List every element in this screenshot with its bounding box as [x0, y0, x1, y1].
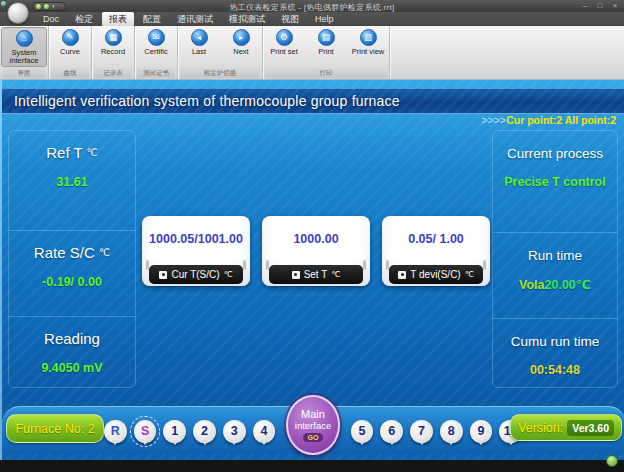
- print-set-button[interactable]: Print set: [264, 27, 304, 67]
- current-process-block: Current process Precise T control: [493, 146, 617, 232]
- close-button[interactable]: ×: [610, 2, 620, 10]
- quick-access-icon[interactable]: [44, 4, 49, 9]
- cumu-run-time-block: Cumu run time 00:54:48: [493, 318, 617, 404]
- cur-t-value: 1000.05/1001.00: [142, 232, 250, 246]
- t-devi-value: 0.05/ 1.00: [382, 232, 490, 246]
- reading-value: 9.4050 mV: [9, 361, 135, 375]
- print-button[interactable]: Print: [306, 27, 346, 67]
- print-set-icon: [276, 29, 293, 46]
- record-button[interactable]: Record: [93, 27, 133, 67]
- reading-label: Reading: [44, 330, 100, 347]
- points-arrows: >>>>: [482, 114, 507, 126]
- reading-block: Reading 9.4050 mV: [9, 316, 135, 402]
- celsius-unit: ℃: [331, 270, 340, 279]
- menu-verify[interactable]: 检定: [68, 12, 100, 27]
- certificate-button[interactable]: Certific: [136, 27, 176, 67]
- status-dot-icon: [606, 455, 618, 467]
- channel-button-4[interactable]: 4: [253, 420, 276, 443]
- left-stats-panel: Ref T ℃ 31.61 Rate S/C ℃ -0.19/ 0.00 Rea…: [8, 130, 136, 388]
- toolbar-group-caption: 记录表: [94, 68, 132, 78]
- menu-doc[interactable]: Doc: [36, 13, 66, 25]
- channel-button-8[interactable]: 8: [440, 420, 463, 443]
- ref-t-block: Ref T ℃ 31.61: [9, 144, 135, 230]
- channel-button-1[interactable]: 1: [163, 420, 186, 443]
- cur-t-label: Cur T(S/C): [171, 269, 219, 280]
- run-time-label: Run time: [493, 248, 617, 263]
- menu-config[interactable]: 配置: [136, 12, 168, 27]
- last-icon: [191, 29, 208, 46]
- channel-button-6[interactable]: 6: [380, 420, 403, 443]
- restore-button[interactable]: □: [595, 2, 605, 10]
- version-label: Version:: [518, 421, 563, 435]
- bottom-bar: Furnace No: 2 R S 1 2 3 4 Main interface…: [2, 406, 624, 454]
- menu-report[interactable]: 报表: [102, 12, 134, 27]
- t-devi-card: 0.05/ 1.00 T devi(S/C) ℃: [382, 216, 490, 286]
- card-marker-icon: [292, 271, 300, 279]
- card-marker-icon: [159, 271, 167, 279]
- t-devi-label: T devi(S/C): [410, 269, 460, 280]
- system-interface-icon: [16, 30, 33, 47]
- quick-access-icon[interactable]: [36, 4, 41, 9]
- channel-button-s[interactable]: S: [134, 420, 157, 443]
- minimize-button[interactable]: –: [580, 2, 590, 10]
- print-view-icon: [360, 29, 377, 46]
- go-label: GO: [303, 433, 324, 442]
- quick-access-toolbar[interactable]: ▾: [32, 2, 66, 11]
- channel-button-3[interactable]: 3: [223, 420, 246, 443]
- set-t-value: 1000.00: [262, 232, 370, 246]
- points-status: >>>>Cur point:2 All point:2: [482, 114, 616, 126]
- card-marker-icon: [398, 271, 406, 279]
- toolbar-group-certificate: Certific 测试证书: [135, 26, 178, 79]
- channel-selector-row: R S 1 2 3 4 Main interface GO 5 6 7 8 9 …: [104, 407, 522, 455]
- main-interface-button[interactable]: Main interface GO: [286, 395, 339, 455]
- celsius-unit: ℃: [465, 270, 474, 279]
- channel-button-7[interactable]: 7: [410, 420, 433, 443]
- page-title: Intelligent verification system of therm…: [2, 93, 400, 109]
- ref-t-label: Ref T: [46, 144, 82, 161]
- t-devi-caption-bar: T devi(S/C) ℃: [389, 265, 483, 284]
- current-process-label: Current process: [493, 146, 617, 161]
- celsius-unit: ℃: [224, 270, 233, 279]
- channel-button-5[interactable]: 5: [351, 420, 374, 443]
- menu-help[interactable]: Help: [308, 13, 341, 25]
- furnace-number-label: Furnace No: 2: [15, 422, 94, 436]
- title-bar: 热工仪表检定系统 - [热电偶群炉检定系统.rrt] – □ ×: [0, 0, 624, 12]
- next-button[interactable]: Next: [221, 27, 261, 67]
- main-panel: Intelligent verification system of therm…: [0, 80, 624, 460]
- status-bar: [0, 460, 624, 472]
- record-icon: [105, 29, 122, 46]
- last-button[interactable]: Last: [179, 27, 219, 67]
- curve-icon: [62, 29, 79, 46]
- set-t-card: 1000.00 Set T ℃: [262, 216, 370, 286]
- channel-button-r[interactable]: R: [104, 420, 127, 443]
- toolbar-group-interface: System interface 界面: [0, 26, 49, 79]
- set-t-caption-bar: Set T ℃: [269, 265, 363, 284]
- application-orb-button[interactable]: [7, 2, 29, 24]
- toolbar-group-curve: Curve 曲线: [49, 26, 92, 79]
- cur-t-card: 1000.05/1001.00 Cur T(S/C) ℃: [142, 216, 250, 286]
- chevron-down-icon[interactable]: ▾: [52, 4, 55, 9]
- ref-t-value: 31.61: [9, 175, 135, 189]
- toolbar-group-caption: 界面: [2, 68, 46, 78]
- menu-comm-test[interactable]: 通讯测试: [170, 12, 220, 27]
- toolbar-group-caption: 测试证书: [137, 68, 175, 78]
- cur-t-caption-bar: Cur T(S/C) ℃: [149, 265, 243, 284]
- system-interface-button[interactable]: System interface: [1, 27, 47, 67]
- rate-value: -0.19/ 0.00: [9, 275, 135, 289]
- celsius-unit: ℃: [87, 147, 98, 158]
- menu-sim-test[interactable]: 模拟测试: [222, 12, 272, 27]
- cumu-run-time-label: Cumu run time: [493, 334, 617, 349]
- points-text: Cur point:2 All point:2: [506, 114, 616, 126]
- print-icon: [318, 29, 335, 46]
- vola-value: 20.00℃: [545, 278, 591, 292]
- furnace-number-badge: Furnace No: 2: [6, 414, 104, 443]
- curve-button[interactable]: Curve: [50, 27, 90, 67]
- channel-button-2[interactable]: 2: [193, 420, 216, 443]
- menu-view[interactable]: 视图: [274, 12, 306, 27]
- menu-bar: Doc 检定 报表 配置 通讯测试 模拟测试 视图 Help – □ ×: [0, 12, 624, 26]
- print-view-button[interactable]: Print view: [348, 27, 388, 67]
- channel-button-9[interactable]: 9: [470, 420, 493, 443]
- toolbar-group-caption: 曲线: [51, 68, 89, 78]
- vola-label: Vola: [519, 278, 544, 292]
- toolbar-group-record: Record 记录表: [92, 26, 135, 79]
